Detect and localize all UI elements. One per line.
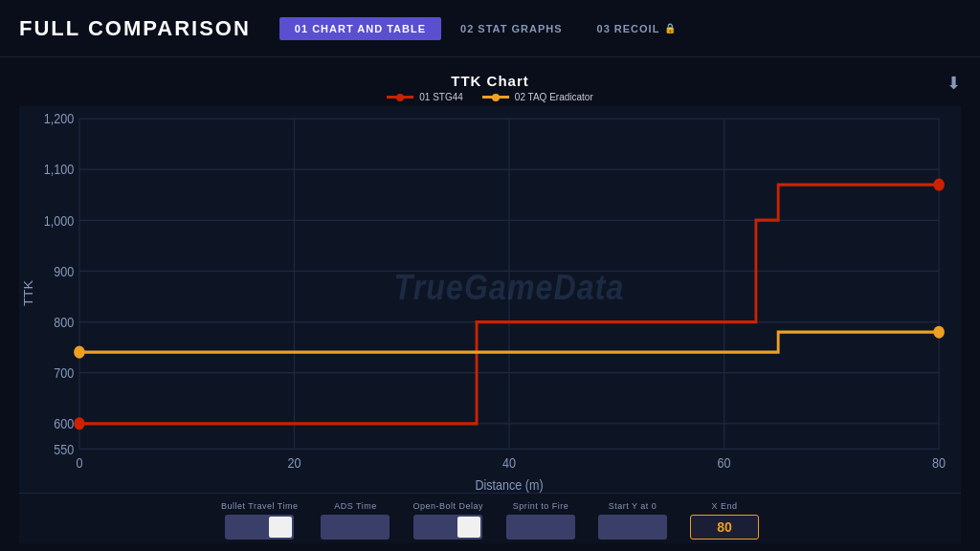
- chart-legend: 01 STG44 02 TAQ Eradicator: [19, 92, 961, 102]
- svg-text:1,100: 1,100: [44, 163, 74, 178]
- page-title: FULL COMPARISON: [19, 16, 251, 41]
- control-label-sprint: Sprint to Fire: [513, 501, 569, 511]
- tab-stat-graphs[interactable]: 02 STAT GRAPHS: [445, 17, 578, 40]
- control-label-xend: X End: [712, 501, 738, 511]
- control-xend: X End 80: [690, 501, 759, 540]
- control-toggle-bullet[interactable]: [225, 515, 294, 540]
- control-toggle-openbolt[interactable]: [413, 515, 482, 540]
- svg-text:700: 700: [54, 365, 74, 381]
- svg-text:60: 60: [718, 455, 731, 471]
- legend-dot-1: [396, 94, 404, 101]
- main-content: TTK Chart 01 STG44 02 TAQ Eradicator ⬇: [0, 57, 980, 551]
- header: FULL COMPARISON 01 CHART AND TABLE 02 ST…: [0, 0, 980, 57]
- toggle-knob-bullet: [269, 517, 292, 538]
- control-sprint: Sprint to Fire: [506, 501, 575, 540]
- ttk-chart-svg: 1,200 1,100 1,000 900 800 700 600 550 TT…: [19, 106, 961, 493]
- control-label-starty: Start Y at 0: [609, 501, 657, 511]
- control-toggle-starty[interactable]: [598, 515, 667, 540]
- svg-text:1,000: 1,000: [44, 213, 74, 229]
- control-ads: ADS Time: [321, 501, 390, 540]
- svg-text:20: 20: [287, 455, 301, 471]
- stg44-dot-start: [74, 417, 84, 430]
- toggle-knob-openbolt: [457, 517, 480, 538]
- control-bullet-travel: Bullet Travel Time: [221, 501, 299, 540]
- y-axis-label: TTK: [22, 280, 35, 306]
- legend-item-2: 02 TAQ Eradicator: [482, 92, 593, 102]
- tab-chart-table[interactable]: 01 CHART AND TABLE: [279, 17, 441, 40]
- watermark: TrueGameData: [394, 268, 625, 306]
- control-label-openbolt: Open-Bolt Delay: [412, 501, 483, 511]
- legend-dot-2: [492, 94, 500, 101]
- svg-text:80: 80: [932, 455, 946, 471]
- chart-svg-wrap: 1,200 1,100 1,000 900 800 700 600 550 TT…: [19, 106, 961, 493]
- bottom-controls: Bullet Travel Time ADS Time Open-Bolt De…: [19, 493, 961, 543]
- svg-text:600: 600: [54, 416, 74, 431]
- control-toggle-ads[interactable]: [321, 515, 390, 540]
- chart-container: TTK Chart 01 STG44 02 TAQ Eradicator ⬇: [19, 67, 961, 493]
- stg44-dot-end: [933, 179, 944, 191]
- control-label-ads: ADS Time: [334, 501, 377, 511]
- control-label-bullet: Bullet Travel Time: [221, 501, 299, 511]
- svg-text:900: 900: [54, 264, 74, 279]
- legend-line-1: [387, 96, 413, 99]
- x-axis-label: Distance (m): [475, 478, 543, 493]
- svg-text:1,200: 1,200: [44, 111, 74, 126]
- chart-title-area: TTK Chart 01 STG44 02 TAQ Eradicator ⬇: [19, 67, 961, 106]
- taq-dot-start: [74, 346, 84, 359]
- taq-dot-end: [933, 326, 944, 339]
- control-value-xend[interactable]: 80: [690, 515, 759, 540]
- svg-text:550: 550: [54, 442, 74, 457]
- legend-item-1: 01 STG44: [387, 92, 463, 102]
- chart-title: TTK Chart: [19, 73, 961, 89]
- tab-bar: 01 CHART AND TABLE 02 STAT GRAPHS 03 REC…: [279, 17, 693, 40]
- download-icon[interactable]: ⬇: [947, 73, 961, 94]
- legend-line-2: [482, 96, 509, 99]
- svg-text:0: 0: [76, 455, 82, 471]
- svg-text:40: 40: [502, 455, 516, 471]
- control-openbolt: Open-Bolt Delay: [412, 501, 483, 540]
- control-starty: Start Y at 0: [598, 501, 667, 540]
- tab-recoil[interactable]: 03 RECOIL 🔒: [582, 17, 693, 40]
- control-toggle-sprint[interactable]: [506, 515, 575, 540]
- lock-icon: 🔒: [664, 23, 677, 33]
- svg-text:800: 800: [54, 315, 74, 330]
